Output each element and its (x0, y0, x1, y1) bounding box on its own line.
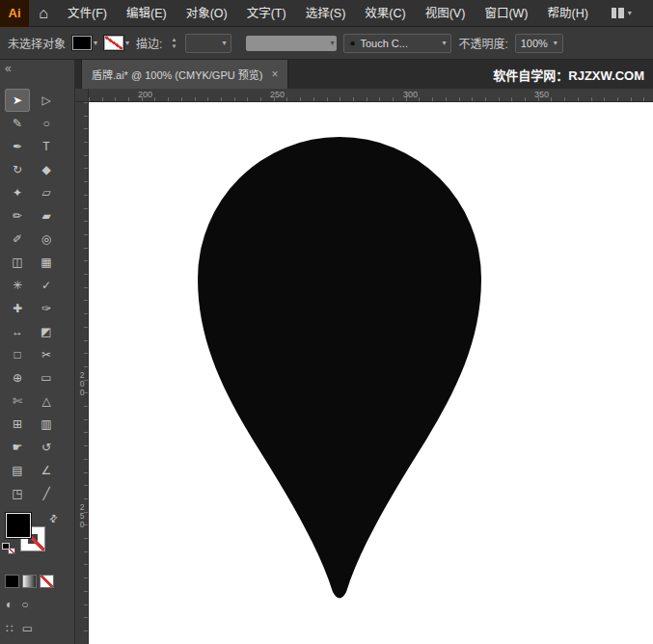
tool-icon: ✏ (13, 210, 22, 222)
opacity-select[interactable]: 100% ▾ (515, 34, 563, 53)
tool-icon: ◫ (12, 256, 22, 268)
stroke-weight-select[interactable]: ▾ (185, 34, 231, 53)
tool-icon: ◳ (12, 488, 22, 499)
stroke-weight-stepper[interactable]: ▴ ▾ (169, 37, 178, 49)
tool-knife[interactable]: ╱ (34, 482, 59, 505)
tool-rectangle[interactable]: ▰ (34, 204, 59, 228)
tool-lasso[interactable]: ○ (34, 112, 59, 135)
draw-behind-icon[interactable]: ○ (21, 597, 28, 612)
tool-rectangular-grid[interactable]: ▦ (34, 251, 59, 274)
tool-icon: ↺ (41, 442, 51, 453)
black-teardrop-pin-shape[interactable] (198, 137, 481, 599)
tool-perspective-grid[interactable]: △ (34, 389, 59, 413)
tool-icon: ✂ (41, 349, 51, 361)
tool-direct-selection[interactable]: ▷ (34, 89, 59, 112)
tool-slice[interactable]: ✄ (5, 389, 30, 413)
workspace-switcher[interactable]: ▾ (612, 8, 632, 18)
tool-width[interactable]: ↔ (5, 320, 30, 343)
tool-pen[interactable]: ✒ (5, 135, 30, 158)
tool-hand[interactable]: ☛ (5, 436, 30, 459)
tool-mesh[interactable]: ⊞ (5, 413, 30, 436)
tool-rotate[interactable]: ↻ (5, 158, 30, 181)
tool-icon: ▦ (41, 256, 51, 268)
tool-measure[interactable]: ∠ (34, 459, 59, 482)
stroke-none-swatch-small[interactable] (104, 36, 123, 50)
menu-file[interactable]: 文件(F) (58, 0, 117, 27)
tool-free-transform[interactable]: ◩ (34, 320, 59, 343)
tool-scale[interactable]: ▱ (34, 181, 59, 204)
default-fill-stroke-icon[interactable] (2, 543, 16, 555)
tool-icon: ◩ (41, 326, 51, 337)
tool-live-paint-bucket[interactable]: ✚ (5, 297, 30, 320)
tool-icon: ✄ (13, 395, 22, 407)
color-button[interactable] (5, 575, 19, 588)
collapse-panel-icon[interactable]: « (5, 62, 12, 75)
fill-color-control[interactable]: ▾ (72, 36, 97, 50)
document-tab-bar: 盾牌.ai* @ 100% (CMYK/GPU 预览) × 软件自学网：RJZX… (75, 60, 653, 89)
fill-swatch[interactable] (6, 513, 31, 538)
edit-toolbar-icon[interactable]: ∷ (6, 621, 14, 636)
tool-column-graph[interactable]: ▥ (34, 413, 59, 436)
stroke-color-control[interactable]: ▾ (104, 36, 129, 50)
tool-shaper[interactable]: □ (5, 343, 30, 366)
horizontal-ruler[interactable]: 200 250 300 350 (89, 89, 653, 102)
tool-paintbrush[interactable]: ✐ (5, 228, 30, 251)
menu-select[interactable]: 选择(S) (296, 0, 356, 27)
ruler-mark-h-250: 250 (270, 90, 285, 99)
menu-view[interactable]: 视图(V) (416, 0, 476, 27)
tool-icon: ○ (42, 118, 49, 129)
document-tab[interactable]: 盾牌.ai* @ 100% (CMYK/GPU 预览) × (81, 60, 288, 89)
app-logo-icon[interactable]: Ai (0, 0, 29, 27)
illustrator-window: Ai ⌂ 文件(F) 编辑(E) 对象(O) 文字(T) 选择(S) 效果(C)… (0, 0, 653, 644)
ruler-corner[interactable] (75, 89, 89, 102)
menu-effect[interactable]: 效果(C) (355, 0, 415, 27)
tool-magic-wand[interactable]: ✦ (5, 181, 30, 204)
screen-mode-icon[interactable]: ▭ (22, 621, 33, 636)
tool-icon: ⊕ (13, 372, 22, 384)
none-button[interactable] (40, 575, 54, 588)
tool-spiral[interactable]: ◎ (34, 228, 59, 251)
tool-icon: ☛ (13, 442, 23, 453)
menu-window[interactable]: 窗口(W) (475, 0, 537, 27)
fill-swatch-small[interactable] (72, 36, 92, 50)
stepper-down-icon[interactable]: ▾ (169, 43, 178, 49)
tool-icon: ◎ (41, 233, 51, 245)
tool-blend[interactable]: ◫ (5, 251, 30, 274)
menu-type[interactable]: 文字(T) (237, 0, 296, 27)
tool-symbol-sprayer[interactable]: ✳ (5, 274, 30, 297)
tool-shape-builder[interactable]: ✓ (34, 274, 59, 297)
tool-rotate-view[interactable]: ↺ (34, 436, 59, 459)
swap-fill-stroke-icon[interactable]: ⇄ (46, 512, 60, 525)
tool-icon: ➤ (13, 94, 22, 106)
draw-normal-icon[interactable]: ◐ (6, 597, 13, 612)
tool-icon: ▰ (41, 210, 50, 222)
gradient-button[interactable] (22, 575, 37, 588)
tool-print-tiling[interactable]: ▤ (5, 459, 30, 482)
menu-help[interactable]: 帮助(H) (538, 0, 598, 27)
tool-page[interactable]: ◳ (5, 482, 30, 505)
tool-scissors[interactable]: ✂ (34, 343, 59, 366)
tool-curvature[interactable]: ✎ (5, 112, 30, 135)
close-icon[interactable]: × (271, 67, 278, 81)
tool-eraser[interactable]: ◆ (34, 158, 59, 181)
dock-bottom-buttons: ∷ ▭ (0, 621, 74, 636)
tool-pencil[interactable]: ✑ (34, 297, 59, 320)
tool-type[interactable]: T (34, 135, 59, 158)
menu-edit[interactable]: 编辑(E) (117, 0, 177, 27)
tools-panel-header: « (0, 60, 74, 89)
variable-width-profile-select[interactable]: ▾ (246, 36, 337, 51)
home-icon[interactable]: ⌂ (29, 0, 58, 27)
tool-eyedropper[interactable]: ✏ (5, 204, 30, 228)
tool-artboard[interactable]: ▭ (34, 366, 59, 389)
tool-icon: ╱ (42, 488, 49, 499)
tool-icon: ✑ (41, 303, 51, 314)
ruler-mark-h-300: 300 (403, 90, 418, 99)
vertical-ruler[interactable]: 200 250 (75, 102, 89, 644)
brush-definition-select[interactable]: ● Touch C... ▾ (343, 34, 451, 53)
tool-icon: ✒ (13, 141, 22, 152)
stroke-weight-label: 描边: (136, 35, 162, 51)
tool-selection[interactable]: ➤ (5, 89, 30, 112)
artboard[interactable] (89, 102, 653, 644)
menu-object[interactable]: 对象(O) (177, 0, 237, 27)
tool-zoom[interactable]: ⊕ (5, 366, 30, 389)
